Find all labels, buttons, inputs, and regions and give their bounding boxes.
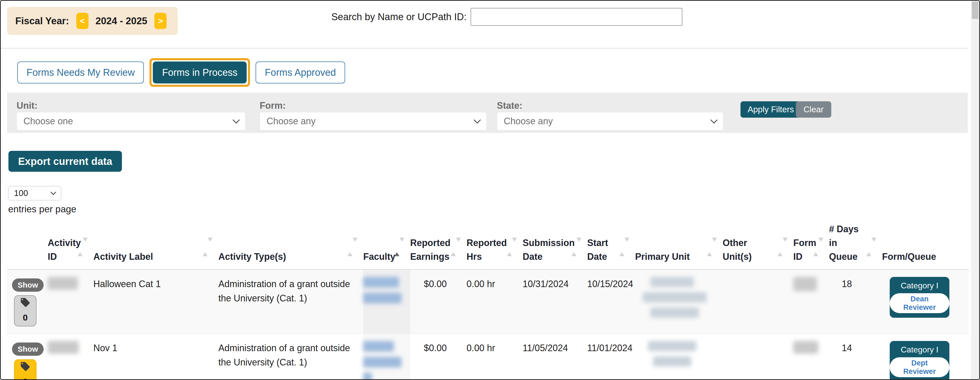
days-in-queue-cell: 18 <box>829 270 882 334</box>
reported-hrs-cell: 0.00 hr <box>466 270 523 334</box>
scrollbar-thumb[interactable] <box>972 2 978 19</box>
header-form-queue: Form/Queue <box>882 222 969 270</box>
unit-select-value: Choose one <box>24 116 73 126</box>
queue-category: Category I <box>900 281 939 291</box>
tag-icon <box>20 297 30 308</box>
redacted-primary-unit <box>635 277 716 318</box>
state-select[interactable]: Choose any <box>497 112 723 130</box>
sort-asc-active-icon <box>395 240 404 254</box>
header-primary-unit[interactable]: Primary Unit <box>635 222 722 270</box>
state-select-value: Choose any <box>504 116 553 126</box>
sort-icon <box>451 240 461 254</box>
days-in-queue-cell: 14 <box>829 334 882 380</box>
tag-icon <box>20 361 30 372</box>
state-filter-label: State: <box>497 100 522 111</box>
show-button[interactable]: Show <box>12 278 44 292</box>
sort-icon <box>778 240 788 254</box>
header-activity-id[interactable]: Activity ID <box>48 222 93 270</box>
activity-label-cell: Nov 1 <box>93 334 218 380</box>
tab-forms-needs-my-review[interactable]: Forms Needs My Review <box>18 62 144 83</box>
row-controls-cell: Show 2 <box>7 334 48 380</box>
submission-date-cell: 11/05/2024 <box>523 334 587 380</box>
tab-forms-in-process[interactable]: Forms in Process <box>153 62 247 83</box>
tag-count: 2 <box>23 374 28 380</box>
activity-id-cell <box>48 270 93 334</box>
table-row: Show 2 Nov 1 Administration of a grant o… <box>7 334 969 380</box>
queue-badge-button[interactable]: Category I Dean Reviewer <box>890 277 950 318</box>
app-window: Fiscal Year: < 2024 - 2025 > Search by N… <box>0 0 980 380</box>
queue-badge-button[interactable]: Category I Dept Reviewer <box>890 341 950 380</box>
redacted-form-id <box>793 341 818 354</box>
redacted-primary-unit <box>635 341 716 366</box>
other-units-cell <box>722 270 793 334</box>
fiscal-year-prev-button[interactable]: < <box>76 13 89 29</box>
sort-icon <box>78 240 88 254</box>
search-input[interactable] <box>471 8 682 26</box>
form-queue-cell: Category I Dean Reviewer <box>882 270 969 334</box>
export-current-data-button[interactable]: Export current data <box>8 151 122 172</box>
fiscal-year-value: 2024 - 2025 <box>95 16 148 27</box>
header-submission-date[interactable]: Submission Date <box>523 222 587 270</box>
start-date-cell: 10/15/2024 <box>587 270 635 334</box>
reported-hrs-cell: 0.00 hr <box>466 334 523 380</box>
form-queue-cell: Category I Dept Reviewer <box>882 334 969 380</box>
tab-forms-approved[interactable]: Forms Approved <box>256 62 345 83</box>
sort-icon <box>507 240 517 254</box>
unit-filter-label: Unit: <box>17 100 38 111</box>
queue-role-pill: Dean Reviewer <box>890 293 950 313</box>
faculty-cell <box>363 270 410 334</box>
faculty-cell <box>363 334 410 380</box>
redacted-faculty-link[interactable] <box>363 277 404 303</box>
sort-icon <box>619 240 630 254</box>
active-tab-highlight: Forms in Process <box>150 58 250 87</box>
chevron-down-icon <box>710 117 718 123</box>
reported-earnings-cell: $0.00 <box>410 334 466 380</box>
header-faculty[interactable]: Faculty <box>363 222 410 270</box>
form-id-cell <box>793 270 829 334</box>
redacted-form-id <box>793 277 817 291</box>
redacted-activity-id <box>48 341 79 354</box>
table-row: Show 0 Halloween Cat 1 Administration of… <box>7 270 969 334</box>
tags-button[interactable]: 0 <box>14 295 37 326</box>
header-start-date[interactable]: Start Date <box>587 222 635 270</box>
form-filter-label: Form: <box>260 100 286 111</box>
table-header-row: Activity ID Activity Label Activity Type… <box>7 222 969 270</box>
entries-per-page-value: 100 <box>14 188 28 198</box>
top-bar: Fiscal Year: < 2024 - 2025 > Search by N… <box>1 1 967 48</box>
form-select-value: Choose any <box>267 116 315 126</box>
activity-label-cell: Halloween Cat 1 <box>93 270 218 334</box>
entries-per-page-select[interactable]: 100 <box>8 186 61 200</box>
forms-table: Activity ID Activity Label Activity Type… <box>7 222 969 380</box>
tag-count: 0 <box>23 310 28 325</box>
other-units-cell <box>722 334 793 380</box>
show-button[interactable]: Show <box>12 342 44 356</box>
sort-icon <box>866 240 877 254</box>
search-label: Search by Name or UCPath ID: <box>331 11 466 22</box>
apply-filters-button[interactable]: Apply Filters <box>740 101 801 118</box>
filter-bar: Unit: Choose one Form: Choose any State:… <box>7 93 968 133</box>
primary-unit-cell <box>635 270 722 334</box>
header-activity-label[interactable]: Activity Label <box>93 222 218 270</box>
activity-types-cell: Administration of a grant outside the Un… <box>218 270 363 334</box>
start-date-cell: 11/01/2024 <box>587 334 635 380</box>
fiscal-year-next-button[interactable]: > <box>154 13 167 29</box>
unit-select[interactable]: Choose one <box>17 112 246 130</box>
primary-unit-cell <box>635 334 722 380</box>
form-select[interactable]: Choose any <box>260 112 487 130</box>
redacted-faculty-link[interactable] <box>363 341 404 380</box>
header-reported-earnings[interactable]: Reported Earnings <box>410 222 466 270</box>
redacted-activity-id <box>48 277 78 290</box>
queue-role-pill: Dept Reviewer <box>890 357 950 377</box>
sort-icon <box>813 240 823 254</box>
header-form-id[interactable]: Form ID <box>793 222 829 270</box>
scrollbar[interactable] <box>971 1 979 379</box>
clear-filters-button[interactable]: Clear <box>796 101 831 118</box>
sort-icon <box>347 240 358 254</box>
header-other-units[interactable]: Other Unit(s) <box>722 222 793 270</box>
header-controls <box>7 222 48 270</box>
submission-date-cell: 10/31/2024 <box>523 270 587 334</box>
header-reported-hrs[interactable]: Reported Hrs <box>466 222 523 270</box>
tags-button[interactable]: 2 <box>14 359 37 380</box>
header-activity-types[interactable]: Activity Type(s) <box>218 222 363 270</box>
header-days-in-queue[interactable]: # Days in Queue <box>829 222 882 270</box>
